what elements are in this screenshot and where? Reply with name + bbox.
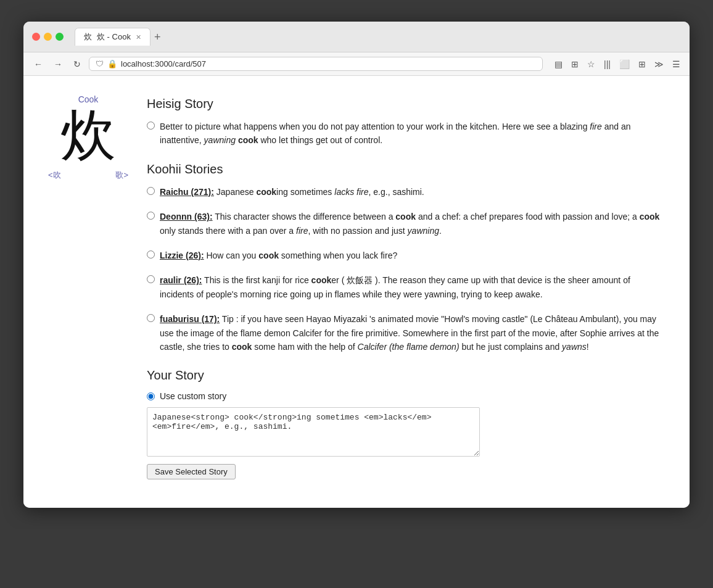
custom-story-option: Use custom story: [147, 391, 665, 401]
toolbar-icons: ▤ ⊞ ☆ ||| ⬜ ⊞ ≫ ☰: [553, 58, 682, 70]
koohii-text-5: fuaburisu (17): Tip : if you have seen H…: [160, 312, 665, 354]
author-2: Deonnn (63):: [160, 212, 213, 222]
koohii-title: Koohii Stories: [147, 162, 665, 176]
koohii-story-2: Deonnn (63): This character shows the di…: [147, 210, 665, 238]
extensions-icon[interactable]: ⊞: [637, 58, 648, 70]
sync-icon[interactable]: ⬜: [617, 58, 632, 70]
your-story-section: Your Story Use custom story Japanese<str…: [147, 368, 665, 479]
heisig-story-text: Better to picture what happens when you …: [160, 120, 665, 147]
koohii-radio-1[interactable]: [147, 187, 155, 195]
kanji-character: 炊: [48, 108, 128, 164]
heisig-story-section: Heisig Story Better to picture what happ…: [147, 97, 665, 147]
grid-icon[interactable]: ⊞: [569, 58, 580, 70]
more-icon[interactable]: ≫: [653, 58, 666, 70]
author-1: Raichu (271):: [160, 187, 214, 197]
heisig-title: Heisig Story: [147, 97, 665, 111]
koohii-radio-2[interactable]: [147, 212, 155, 220]
traffic-lights: [32, 33, 64, 41]
koohii-radio-5[interactable]: [147, 314, 155, 322]
library-icon[interactable]: |||: [602, 58, 612, 70]
koohii-stories-section: Koohii Stories Raichu (271): Japanese co…: [147, 162, 665, 354]
back-button[interactable]: ←: [31, 58, 46, 70]
custom-story-radio[interactable]: [147, 392, 155, 400]
koohii-story-3: Lizzie (26): How can you cook something …: [147, 249, 665, 262]
main-content: Heisig Story Better to picture what happ…: [147, 94, 665, 483]
author-4: raulir (26):: [160, 275, 202, 285]
koohii-radio-3[interactable]: [147, 251, 155, 259]
lock-icon: 🔒: [107, 59, 117, 68]
page-content: Cook 炊 <吹 歌> Heisig Story Better to pict…: [23, 76, 690, 508]
author-5: fuaburisu (17):: [160, 314, 220, 324]
maximize-button[interactable]: [56, 33, 64, 41]
story-textarea[interactable]: Japanese<strong> cook</strong>ing someti…: [147, 407, 480, 457]
koohii-text-4: raulir (26): This is the first kanji for…: [160, 273, 665, 301]
tab-favicon: 炊: [84, 31, 92, 43]
bookmark-icon[interactable]: ☆: [585, 58, 597, 70]
kanji-label-link[interactable]: Cook: [48, 94, 128, 104]
koohii-text-1: Raichu (271): Japanese cooking sometimes…: [160, 185, 424, 199]
minimize-button[interactable]: [44, 33, 52, 41]
sidebar: Cook 炊 <吹 歌>: [48, 94, 128, 483]
heisig-story-option: Better to picture what happens when you …: [147, 120, 665, 147]
address-bar[interactable]: 🛡 🔒 localhost:3000/card/507: [89, 57, 543, 71]
save-selected-story-button[interactable]: Save Selected Story: [147, 464, 236, 479]
active-tab[interactable]: 炊 炊 - Cook ✕: [75, 28, 150, 46]
new-tab-button[interactable]: +: [154, 31, 161, 43]
koohii-story-4: raulir (26): This is the first kanji for…: [147, 273, 665, 301]
reload-button[interactable]: ↻: [70, 58, 84, 70]
reader-icon[interactable]: ▤: [553, 58, 564, 70]
koohii-text-3: Lizzie (26): How can you cook something …: [160, 249, 397, 262]
tab-bar: 炊 炊 - Cook ✕ +: [75, 28, 681, 46]
prev-kanji-link[interactable]: <吹: [48, 170, 61, 181]
heisig-radio[interactable]: [147, 122, 155, 130]
shield-icon: 🛡: [96, 59, 104, 68]
author-3: Lizzie (26):: [160, 251, 204, 260]
url-text: localhost:3000/card/507: [121, 59, 536, 68]
browser-window: 炊 炊 - Cook ✕ + ← → ↻ 🛡 🔒 localhost:3000/…: [23, 22, 690, 508]
custom-story-label: Use custom story: [160, 391, 226, 401]
tab-title: 炊 - Cook: [97, 31, 131, 43]
menu-icon[interactable]: ☰: [670, 58, 682, 70]
your-story-title: Your Story: [147, 368, 665, 383]
nav-bar: ← → ↻ 🛡 🔒 localhost:3000/card/507 ▤ ⊞ ☆ …: [23, 52, 690, 76]
koohii-radio-4[interactable]: [147, 275, 155, 283]
koohii-text-2: Deonnn (63): This character shows the di…: [160, 210, 665, 238]
tab-close-icon[interactable]: ✕: [136, 33, 141, 41]
koohii-story-1: Raichu (271): Japanese cooking sometimes…: [147, 185, 665, 199]
kanji-nav-links: <吹 歌>: [48, 170, 128, 181]
close-button[interactable]: [32, 33, 40, 41]
next-kanji-link[interactable]: 歌>: [115, 170, 128, 181]
koohii-story-5: fuaburisu (17): Tip : if you have seen H…: [147, 312, 665, 354]
forward-button[interactable]: →: [51, 58, 65, 70]
title-bar: 炊 炊 - Cook ✕ +: [23, 22, 690, 52]
